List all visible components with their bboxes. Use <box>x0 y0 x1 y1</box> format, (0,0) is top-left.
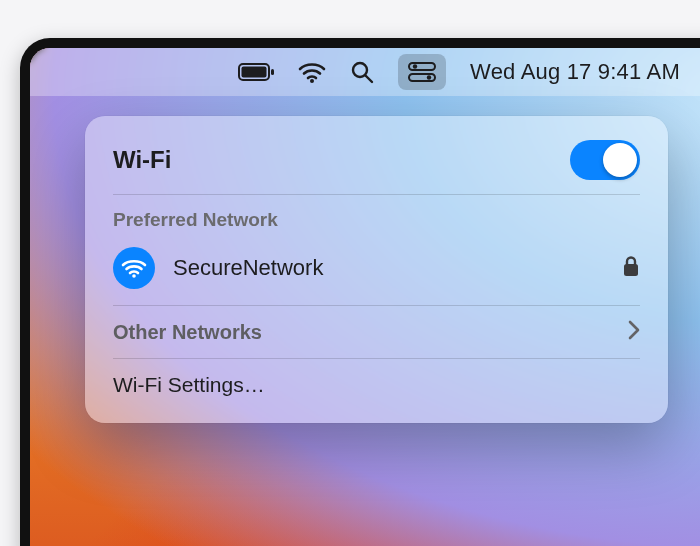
network-row-securenetwork[interactable]: SecureNetwork <box>109 241 644 305</box>
svg-rect-11 <box>624 264 638 276</box>
menubar: Wed Aug 17 9:41 AM <box>30 48 700 96</box>
wifi-status-icon[interactable] <box>298 48 326 96</box>
svg-point-7 <box>413 64 417 68</box>
panel-title: Wi-Fi <box>113 146 171 174</box>
svg-rect-1 <box>242 67 267 78</box>
wifi-connected-icon <box>113 247 155 289</box>
spotlight-search-icon[interactable] <box>350 48 374 96</box>
preferred-network-label: Preferred Network <box>109 195 644 241</box>
svg-point-10 <box>132 274 136 278</box>
svg-point-9 <box>427 75 431 79</box>
network-name: SecureNetwork <box>173 255 323 281</box>
battery-status-icon[interactable] <box>238 48 274 96</box>
lock-icon <box>622 255 640 281</box>
desktop-viewport: Wed Aug 17 9:41 AM Wi-Fi Preferred Netwo… <box>20 38 700 546</box>
svg-line-5 <box>366 76 373 83</box>
menubar-clock[interactable]: Wed Aug 17 9:41 AM <box>470 48 680 96</box>
chevron-right-icon <box>627 320 640 344</box>
wifi-toggle[interactable] <box>570 140 640 180</box>
wifi-toggle-knob <box>603 143 637 177</box>
other-networks-label: Other Networks <box>113 321 262 344</box>
other-networks-row[interactable]: Other Networks <box>109 306 644 358</box>
control-center-icon[interactable] <box>398 54 446 90</box>
wifi-menu-panel: Wi-Fi Preferred Network <box>85 116 668 423</box>
svg-rect-2 <box>271 69 274 75</box>
wifi-settings-label: Wi-Fi Settings… <box>113 373 265 397</box>
wifi-header-row: Wi-Fi <box>109 134 644 194</box>
svg-point-3 <box>310 79 314 83</box>
wifi-settings-row[interactable]: Wi-Fi Settings… <box>109 359 644 401</box>
